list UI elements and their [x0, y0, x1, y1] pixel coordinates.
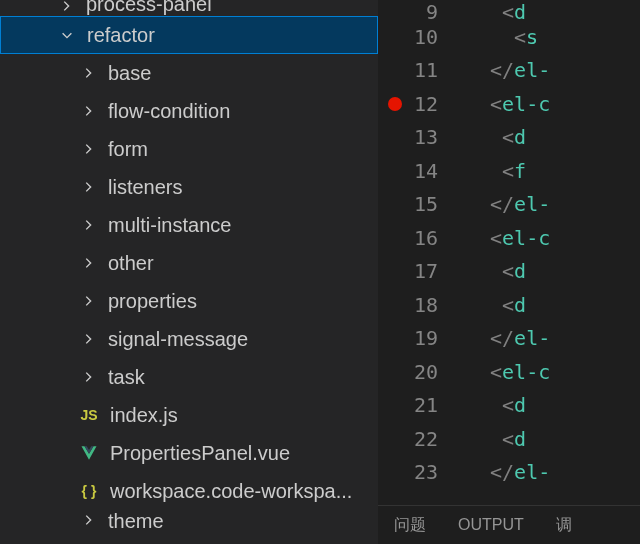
- tree-folder-refactor[interactable]: refactor: [0, 16, 378, 54]
- tree-label: PropertiesPanel.vue: [110, 442, 290, 465]
- code-line: <el-c: [466, 221, 640, 255]
- line-number: 14: [378, 154, 466, 188]
- line-number: 20: [378, 355, 466, 389]
- tree-folder[interactable]: base: [0, 54, 378, 92]
- tree-label: theme: [108, 510, 164, 533]
- code-line: </el-: [466, 54, 640, 88]
- tree-label: signal-message: [108, 328, 248, 351]
- chevron-right-icon: [78, 215, 98, 235]
- line-number: 21: [378, 389, 466, 423]
- code-line: <el-c: [466, 355, 640, 389]
- panel-tab-problems[interactable]: 问题: [378, 515, 442, 536]
- chevron-right-icon: [78, 177, 98, 197]
- file-icon: JS: [78, 404, 100, 426]
- chevron-right-icon: [78, 291, 98, 311]
- line-number: 11: [378, 54, 466, 88]
- code-line: <s: [466, 20, 640, 54]
- line-number-gutter: 91011121314151617181920212223: [378, 0, 466, 505]
- code-line: <d: [466, 0, 640, 20]
- tree-label: task: [108, 366, 145, 389]
- file-icon: [78, 442, 100, 464]
- tree-folder-cut-bottom[interactable]: theme: [0, 510, 378, 530]
- tree-folder[interactable]: other: [0, 244, 378, 282]
- chevron-right-icon: [78, 253, 98, 273]
- chevron-right-icon: [78, 63, 98, 83]
- line-number: 15: [378, 188, 466, 222]
- chevron-right-icon: [78, 139, 98, 159]
- line-number: 13: [378, 121, 466, 155]
- line-number: 10: [378, 20, 466, 54]
- chevron-right-icon: [78, 367, 98, 387]
- chevron-down-icon: [57, 25, 77, 45]
- code-editor[interactable]: 91011121314151617181920212223 <d<s</el-<…: [378, 0, 640, 544]
- line-number: 16: [378, 221, 466, 255]
- line-number: 18: [378, 288, 466, 322]
- chevron-right-icon: [78, 329, 98, 349]
- tree-label: listeners: [108, 176, 182, 199]
- chevron-right-icon: [56, 0, 76, 16]
- code-content[interactable]: <d<s</el-<el-c<d<f</el-<el-c<d<d</el-<el…: [466, 0, 640, 505]
- tree-file[interactable]: JSindex.js: [0, 396, 378, 434]
- file-explorer: process-panel refactor baseflow-conditio…: [0, 0, 378, 544]
- panel-tab-debug[interactable]: 调: [540, 515, 588, 536]
- chevron-right-icon: [78, 101, 98, 121]
- line-number: 17: [378, 255, 466, 289]
- tree-file[interactable]: { }workspace.code-workspa...: [0, 472, 378, 510]
- code-line: <el-c: [466, 87, 640, 121]
- line-number: 12: [378, 87, 466, 121]
- line-number: 23: [378, 456, 466, 490]
- tree-file[interactable]: PropertiesPanel.vue: [0, 434, 378, 472]
- chevron-right-icon: [78, 510, 98, 530]
- tree-folder-cut-top[interactable]: process-panel: [0, 0, 378, 16]
- line-number: 19: [378, 322, 466, 356]
- code-line: <d: [466, 121, 640, 155]
- code-line: <f: [466, 154, 640, 188]
- tree-label: base: [108, 62, 151, 85]
- code-line: <d: [466, 389, 640, 423]
- code-line: <d: [466, 255, 640, 289]
- tree-folder[interactable]: form: [0, 130, 378, 168]
- breakpoint-icon[interactable]: [388, 97, 402, 111]
- line-number: 9: [378, 0, 466, 20]
- tree-label: other: [108, 252, 154, 275]
- tree-label: workspace.code-workspa...: [110, 480, 352, 503]
- code-line: <d: [466, 422, 640, 456]
- tree-folder[interactable]: flow-condition: [0, 92, 378, 130]
- tree-folder[interactable]: task: [0, 358, 378, 396]
- tree-folder[interactable]: multi-instance: [0, 206, 378, 244]
- tree-folder[interactable]: signal-message: [0, 320, 378, 358]
- tree-label: multi-instance: [108, 214, 231, 237]
- bottom-panel-tabs: 问题 OUTPUT 调: [378, 505, 640, 544]
- tree-label: process-panel: [86, 0, 212, 16]
- tree-label: properties: [108, 290, 197, 313]
- panel-tab-output[interactable]: OUTPUT: [442, 516, 540, 534]
- line-number: 22: [378, 422, 466, 456]
- code-line: <d: [466, 288, 640, 322]
- tree-label: refactor: [87, 24, 155, 47]
- code-line: </el-: [466, 456, 640, 490]
- tree-folder[interactable]: properties: [0, 282, 378, 320]
- tree-label: flow-condition: [108, 100, 230, 123]
- code-line: </el-: [466, 188, 640, 222]
- tree-label: index.js: [110, 404, 178, 427]
- file-icon: { }: [78, 480, 100, 502]
- tree-folder[interactable]: listeners: [0, 168, 378, 206]
- tree-label: form: [108, 138, 148, 161]
- code-line: </el-: [466, 322, 640, 356]
